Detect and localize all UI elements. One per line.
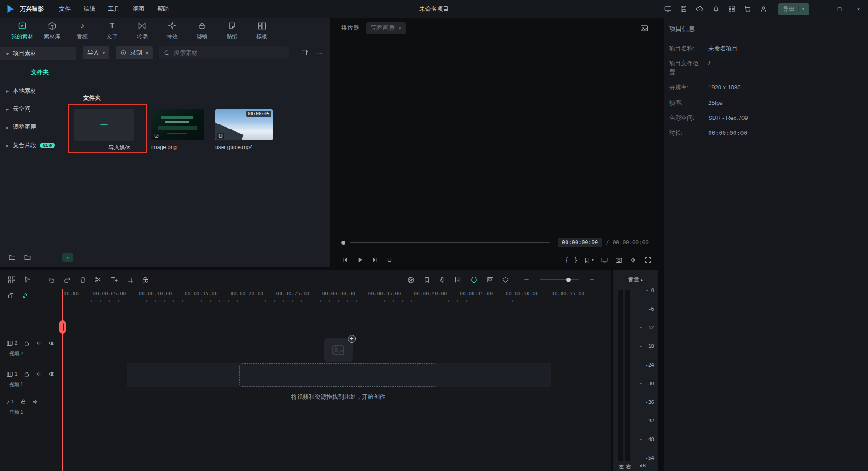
caret-right-icon: ▸	[6, 125, 13, 130]
tab-stock-media[interactable]: 素材库	[37, 21, 67, 43]
tab-transitions[interactable]: 转场	[127, 21, 157, 43]
seek-track[interactable]	[350, 242, 550, 243]
record-voiceover-icon[interactable]	[439, 276, 446, 283]
select-tool-icon[interactable]	[24, 276, 31, 283]
menu-view[interactable]: 视图	[133, 5, 144, 13]
preview-viewport[interactable]	[332, 39, 658, 234]
sidebar-item-adjustment-layer[interactable]: ▸ 调整图层	[0, 120, 76, 134]
caret-down-icon: ▾	[146, 50, 148, 55]
menu-help[interactable]: 帮助	[157, 5, 169, 13]
drop-target-outline[interactable]	[239, 363, 437, 387]
search-input[interactable]	[174, 50, 274, 56]
seek-bar[interactable]: 00:00:00:00 / 00:00:00:00	[341, 237, 649, 248]
sidebar-item-compound-clip[interactable]: ▸ 复合片段 NEW	[0, 139, 76, 152]
cart-icon[interactable]	[743, 5, 752, 13]
seek-handle[interactable]	[341, 241, 345, 245]
sidebar-item-project-media[interactable]: ▾ 项目素材	[0, 47, 76, 60]
mark-in-icon[interactable]: {	[566, 256, 568, 263]
sidebar-item-local-media[interactable]: ▸ 本地素材	[0, 84, 76, 98]
timeline-zoom-slider[interactable]	[540, 279, 579, 280]
mute-speaker-icon[interactable]	[36, 371, 43, 377]
mute-speaker-icon[interactable]	[36, 340, 43, 347]
search-box[interactable]	[159, 46, 289, 59]
chroma-key-icon[interactable]	[486, 276, 494, 283]
tab-text[interactable]: T 文字	[97, 21, 127, 43]
undo-icon[interactable]	[47, 276, 55, 284]
link-clips-icon[interactable]	[21, 293, 28, 299]
playhead-handle[interactable]	[59, 320, 66, 334]
timeline-dropzone[interactable]: + 将视频和资源拖拽到此处，开始创作	[239, 338, 437, 401]
preview-background-icon[interactable]	[640, 24, 649, 33]
zoom-out-icon[interactable]	[523, 277, 530, 283]
save-icon[interactable]	[680, 5, 688, 13]
play-icon[interactable]	[356, 256, 364, 263]
import-media-card[interactable]	[74, 109, 134, 141]
quality-dropdown[interactable]: 完整画质 ▾	[366, 22, 406, 34]
effects-icon	[168, 21, 177, 30]
mark-out-icon[interactable]: }	[575, 256, 577, 263]
marker-icon[interactable]: ▾	[583, 257, 594, 263]
apps-grid-icon[interactable]	[728, 5, 735, 13]
volume-header[interactable]: 音量 ▴	[613, 276, 658, 283]
maximize-button[interactable]: □	[830, 0, 849, 18]
menu-file[interactable]: 文件	[59, 5, 71, 13]
tab-my-media[interactable]: 我的素材	[7, 21, 37, 43]
mute-speaker-icon[interactable]	[32, 398, 39, 405]
new-folder-icon[interactable]	[8, 253, 16, 261]
display-mode-icon[interactable]	[601, 256, 608, 264]
tab-stickers[interactable]: 贴纸	[217, 21, 247, 43]
audio-mixer-icon[interactable]	[454, 276, 462, 283]
smart-ai-tool-icon[interactable]	[470, 276, 478, 284]
redo-icon[interactable]	[63, 276, 71, 284]
sidebar-item-folder[interactable]: 文件夹	[0, 66, 76, 79]
media-item-image[interactable]	[151, 109, 204, 140]
record-button[interactable]: 录制 ▾	[116, 46, 153, 59]
tab-audio[interactable]: ♪ 音频	[67, 21, 97, 43]
previous-frame-icon[interactable]	[341, 256, 349, 263]
hide-track-eye-icon[interactable]	[49, 340, 55, 347]
export-button[interactable]: 导出 ▾	[778, 3, 809, 15]
tab-effects[interactable]: 特效	[157, 21, 187, 43]
hide-track-eye-icon[interactable]	[49, 371, 55, 377]
color-match-icon[interactable]	[141, 276, 149, 284]
tab-filters[interactable]: 滤镜	[187, 21, 217, 43]
stop-icon[interactable]	[386, 257, 393, 263]
menu-edit[interactable]: 编辑	[84, 5, 95, 13]
close-button[interactable]: ×	[849, 0, 868, 18]
user-account-icon[interactable]	[760, 5, 768, 13]
snapshot-camera-icon[interactable]	[615, 256, 623, 264]
delete-folder-icon[interactable]	[24, 253, 31, 261]
track-manager-icon[interactable]	[7, 275, 16, 284]
menu-tools[interactable]: 工具	[108, 5, 120, 13]
minimize-button[interactable]: —	[811, 0, 830, 18]
tab-templates[interactable]: 模板	[247, 21, 277, 43]
lock-icon[interactable]	[24, 340, 30, 347]
collapse-sidebar-button[interactable]: ‹	[62, 253, 73, 262]
zoom-slider-knob[interactable]	[566, 278, 571, 282]
cloud-upload-icon[interactable]	[695, 5, 704, 13]
keyframe-icon[interactable]	[502, 276, 509, 283]
delete-icon[interactable]	[79, 276, 87, 283]
more-options-icon[interactable]: ⋯	[317, 50, 323, 56]
media-item-video[interactable]: 00:00:05	[215, 109, 273, 140]
fullscreen-icon[interactable]	[644, 256, 651, 263]
volume-icon[interactable]	[630, 256, 637, 264]
playhead-line[interactable]	[62, 289, 63, 471]
render-preview-icon[interactable]	[407, 276, 415, 284]
zoom-in-icon[interactable]	[589, 277, 595, 283]
crop-icon[interactable]	[126, 276, 133, 283]
device-preview-icon[interactable]	[664, 5, 672, 13]
split-scissors-icon[interactable]	[94, 276, 102, 283]
add-media-plus-icon[interactable]: +	[348, 335, 356, 343]
duplicate-track-icon[interactable]	[7, 293, 14, 299]
marker-flag-icon[interactable]	[423, 276, 430, 283]
filter-icon[interactable]	[301, 49, 309, 57]
timeline-ruler[interactable]: 00:00 00:00:05:00 00:00:10:00 00:00:15:0…	[63, 289, 611, 302]
lock-icon[interactable]	[20, 398, 26, 405]
next-frame-icon[interactable]	[371, 256, 379, 263]
sidebar-item-cloud[interactable]: ▸ 云空间	[0, 102, 76, 116]
import-button[interactable]: 导入 ▾	[83, 46, 109, 59]
lock-icon[interactable]	[24, 371, 30, 377]
notifications-bell-icon[interactable]	[712, 5, 720, 13]
add-text-icon[interactable]	[110, 276, 118, 284]
